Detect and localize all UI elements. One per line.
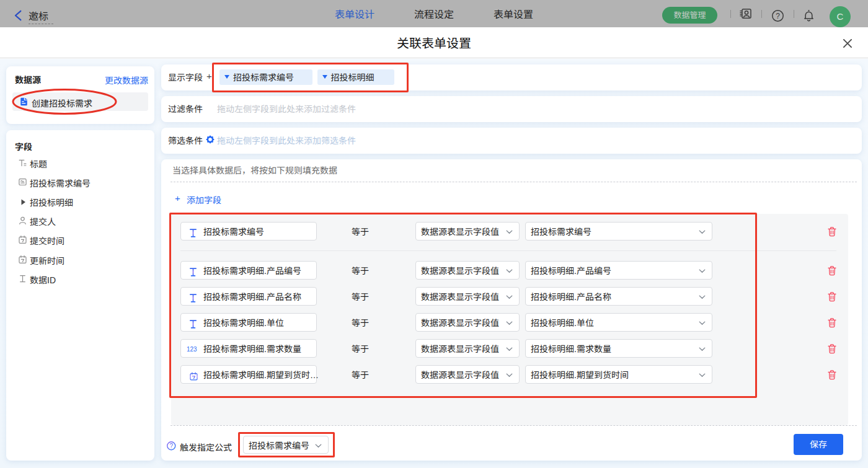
svg-text:?: ? [170, 443, 174, 449]
svg-text:?: ? [776, 12, 780, 20]
